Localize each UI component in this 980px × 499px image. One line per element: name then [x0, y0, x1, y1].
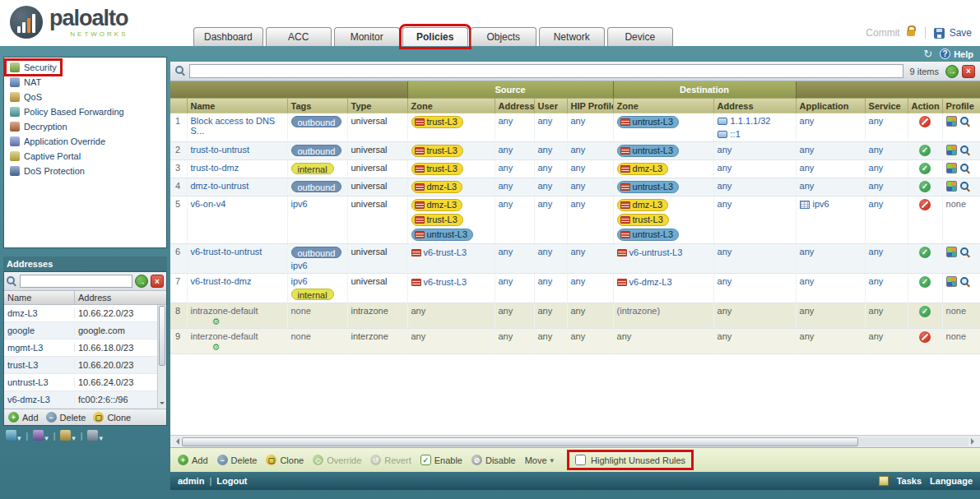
- cell-value[interactable]: any: [718, 181, 732, 191]
- profile-search-icon[interactable]: [959, 276, 970, 287]
- allow-icon[interactable]: ✓: [919, 306, 931, 317]
- cell-value[interactable]: any: [538, 116, 553, 126]
- sidebar-item-application-override[interactable]: Application Override: [4, 134, 166, 149]
- tag-link[interactable]: ipv6: [291, 276, 308, 286]
- profile-search-icon[interactable]: [959, 163, 970, 173]
- cell-value[interactable]: any: [538, 276, 553, 286]
- edit-columns-menu-button[interactable]: ▾: [60, 430, 76, 442]
- table-row[interactable]: 9interzone-default⚙noneinterzoneanyanyan…: [170, 328, 980, 353]
- zone-badge[interactable]: untrust-L3: [617, 145, 680, 157]
- tag-badge[interactable]: outbound: [291, 247, 342, 258]
- cell-value[interactable]: any: [718, 145, 732, 155]
- horizontal-scrollbar[interactable]: [170, 435, 980, 447]
- tag-badge[interactable]: outbound: [291, 181, 342, 192]
- tag-badge[interactable]: outbound: [291, 145, 342, 156]
- cell-value[interactable]: any: [538, 145, 553, 155]
- addresses-column-address[interactable]: Address: [75, 291, 166, 304]
- tools-menu-button[interactable]: ▾: [87, 430, 103, 442]
- table-row[interactable]: 6v6-trust-to-untrustoutboundipv6universa…: [170, 243, 980, 273]
- addresses-apply-filter-button[interactable]: [135, 275, 148, 288]
- move-button[interactable]: Move▾: [525, 455, 554, 465]
- rule-name[interactable]: v6-on-v4: [191, 199, 226, 209]
- rule-name[interactable]: trust-to-untrust: [191, 145, 250, 155]
- cell-value[interactable]: any: [800, 247, 815, 256]
- zone-badge[interactable]: v6-untrust-L3: [617, 247, 683, 259]
- add-button[interactable]: +Add: [178, 455, 208, 465]
- column-header-name[interactable]: Name: [187, 98, 287, 113]
- deny-icon[interactable]: [919, 116, 931, 127]
- cell-value[interactable]: any: [718, 276, 732, 286]
- column-header-zone[interactable]: Zone: [407, 98, 495, 113]
- column-header-type[interactable]: Type: [347, 98, 407, 113]
- cell-value[interactable]: any: [571, 199, 586, 209]
- help-button[interactable]: ? Help: [940, 49, 973, 59]
- table-row[interactable]: 7v6-trust-to-dmzipv6internaluniversalv6-…: [170, 273, 980, 303]
- profile-search-icon[interactable]: [959, 116, 970, 127]
- cell-value[interactable]: ipv6: [813, 199, 829, 209]
- cell-value[interactable]: ::1: [731, 129, 741, 139]
- tab-acc[interactable]: ACC: [266, 27, 332, 46]
- profile-group-icon[interactable]: [946, 247, 957, 257]
- column-header-service[interactable]: Service: [865, 98, 908, 113]
- table-row[interactable]: 5v6-on-v4ipv6universaldmz-L3trust-L3untr…: [170, 196, 980, 243]
- cell-value[interactable]: any: [800, 306, 815, 316]
- cell-value[interactable]: any: [538, 199, 553, 209]
- profile-group-icon[interactable]: [946, 163, 957, 173]
- allow-icon[interactable]: ✓: [919, 247, 931, 258]
- zone-badge[interactable]: trust-L3: [617, 214, 669, 226]
- zone-any[interactable]: any: [617, 331, 632, 341]
- sidebar-item-security[interactable]: Security: [4, 60, 166, 75]
- allow-icon[interactable]: ✓: [919, 163, 931, 174]
- column-header-user[interactable]: User: [534, 98, 567, 113]
- tab-device[interactable]: Device: [607, 27, 673, 46]
- cell-value[interactable]: any: [800, 145, 815, 155]
- cell-value[interactable]: any: [499, 199, 513, 209]
- language-button[interactable]: Language: [930, 476, 973, 486]
- cell-value[interactable]: any: [499, 163, 513, 173]
- rule-name[interactable]: trust-to-dmz: [191, 163, 239, 173]
- list-item[interactable]: mgmt-L310.66.18.0/23: [4, 340, 166, 357]
- cell-value[interactable]: any: [869, 247, 884, 256]
- clone-button[interactable]: ▢Clone: [266, 455, 304, 465]
- tag-link[interactable]: ipv6: [291, 261, 308, 270]
- cell-value[interactable]: any: [571, 247, 586, 256]
- disable-button[interactable]: ⊘Disable: [471, 455, 516, 465]
- cell-value[interactable]: any: [718, 247, 732, 256]
- allow-icon[interactable]: ✓: [919, 181, 931, 192]
- zone-badge[interactable]: dmz-L3: [617, 163, 669, 175]
- cell-value[interactable]: any: [571, 163, 586, 173]
- cell-value[interactable]: any: [718, 199, 732, 209]
- zone-badge[interactable]: dmz-L3: [411, 181, 463, 193]
- rule-name[interactable]: dmz-to-untrust: [191, 181, 249, 191]
- sidebar-item-nat[interactable]: NAT: [4, 75, 166, 90]
- cell-value[interactable]: any: [869, 145, 884, 155]
- revert-button[interactable]: ↺Revert: [370, 455, 411, 465]
- cell-value[interactable]: any: [869, 181, 884, 191]
- list-item[interactable]: trust-L310.66.20.0/23: [4, 357, 166, 374]
- column-header-application[interactable]: Application: [796, 98, 865, 113]
- column-header-zone[interactable]: Zone: [613, 98, 713, 113]
- cell-value[interactable]: any: [800, 331, 815, 341]
- zone-badge[interactable]: v6-dmz-L3: [617, 276, 672, 289]
- scrollbar-thumb[interactable]: [159, 306, 165, 366]
- cell-value[interactable]: any: [499, 181, 513, 191]
- delete-button[interactable]: −Delete: [217, 455, 258, 465]
- refresh-icon[interactable]: ↻: [923, 49, 932, 59]
- tab-objects[interactable]: Objects: [471, 27, 536, 46]
- column-header-hip-profile[interactable]: HIP Profile: [567, 98, 613, 113]
- addresses-scrollbar[interactable]: [157, 305, 166, 409]
- tab-monitor[interactable]: Monitor: [334, 27, 400, 46]
- cell-value[interactable]: any: [869, 163, 884, 173]
- column-header-address[interactable]: Address: [495, 98, 534, 113]
- rule-name[interactable]: v6-trust-to-untrust: [191, 247, 262, 256]
- cell-value[interactable]: any: [718, 331, 732, 341]
- cell-value[interactable]: any: [499, 276, 513, 286]
- profile-search-icon[interactable]: [959, 145, 970, 155]
- cell-value[interactable]: any: [499, 145, 513, 155]
- table-row[interactable]: 1Block access to DNS S...outboundunivers…: [170, 113, 980, 142]
- cell-value[interactable]: any: [718, 163, 732, 173]
- column-header-tags[interactable]: Tags: [287, 98, 347, 113]
- cell-value[interactable]: any: [869, 276, 884, 286]
- delete-button[interactable]: −Delete: [46, 412, 86, 423]
- tag-link[interactable]: ipv6: [291, 199, 308, 209]
